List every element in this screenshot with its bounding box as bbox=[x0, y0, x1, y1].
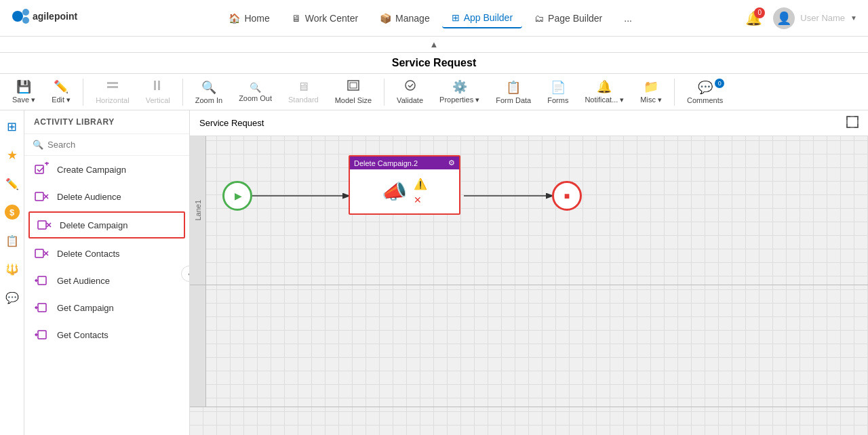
sidebar-item-delete-audience[interactable]: Delete Audience bbox=[24, 183, 189, 210]
delete-audience-label: Delete Audience bbox=[57, 192, 121, 202]
status-icons: ⚠️ ✕ bbox=[414, 178, 427, 205]
sidebar-item-get-contacts[interactable]: Get Contacts bbox=[24, 321, 189, 348]
settings-icon[interactable]: ⚙ bbox=[448, 159, 455, 167]
chevron-up-icon: ▲ bbox=[430, 39, 439, 49]
pencil-icon[interactable]: ✏️ bbox=[3, 174, 22, 193]
coin-icon[interactable]: $ bbox=[3, 203, 22, 222]
edit-button[interactable]: ✏️ Edit ▾ bbox=[45, 77, 77, 107]
star-icon[interactable]: ★ bbox=[3, 146, 22, 165]
sidebar-title: ACTIVITY LIBRARY bbox=[24, 110, 189, 134]
stop-icon: ■ bbox=[564, 190, 570, 201]
manage-icon: 📦 bbox=[380, 13, 391, 24]
sidebar-item-create-campaign[interactable]: Create Campaign bbox=[24, 156, 189, 183]
svg-point-10 bbox=[406, 81, 415, 90]
svg-rect-25 bbox=[38, 331, 46, 339]
get-contacts-label: Get Contacts bbox=[57, 330, 108, 340]
delete-contacts-label: Delete Contacts bbox=[57, 249, 120, 259]
notifications-icon: 🔔 bbox=[597, 79, 612, 94]
comments-icon: 💬 bbox=[698, 80, 713, 95]
sidebar-item-get-campaign[interactable]: Get Campaign bbox=[24, 294, 189, 321]
standard-icon: 🖥 bbox=[297, 80, 309, 94]
misc-icon: 📁 bbox=[644, 79, 658, 94]
lane-2-content bbox=[206, 285, 868, 407]
save-icon: 💾 bbox=[16, 79, 31, 94]
get-audience-icon bbox=[34, 272, 50, 289]
svg-rect-6 bbox=[154, 81, 156, 90]
sidebar-items-list: Create Campaign Delete Audience Delete C… bbox=[24, 156, 189, 435]
chat-icon[interactable]: 💬 bbox=[3, 288, 22, 307]
app-logo[interactable]: agilepoint bbox=[11, 5, 99, 31]
user-name: User Name bbox=[800, 13, 845, 23]
validate-button[interactable]: Validate bbox=[390, 77, 430, 107]
icon-strip: ⊞ ★ ✏️ $ 📋 🔱 💬 bbox=[0, 110, 24, 435]
canvas-area: Service Request Lane1 bbox=[190, 110, 868, 435]
collapse-bar[interactable]: ▲ bbox=[0, 37, 868, 53]
user-menu[interactable]: 👤 User Name ▼ bbox=[773, 7, 857, 29]
svg-point-2 bbox=[22, 17, 29, 24]
get-contacts-icon bbox=[34, 327, 50, 343]
sidebar-item-delete-contacts[interactable]: Delete Contacts bbox=[24, 240, 189, 267]
nav-more[interactable]: ... bbox=[614, 9, 642, 28]
page-title: Service Request bbox=[392, 57, 477, 68]
grid-icon[interactable]: ⊞ bbox=[3, 117, 22, 136]
separator bbox=[83, 79, 83, 106]
save-button[interactable]: 💾 Save ▾ bbox=[5, 77, 42, 107]
end-node[interactable]: ■ bbox=[552, 181, 582, 211]
start-node[interactable]: ▶ bbox=[222, 181, 252, 211]
comments-badge: 0 bbox=[715, 79, 724, 88]
clipboard-icon[interactable]: 📋 bbox=[3, 231, 22, 250]
delete-audience-icon bbox=[34, 188, 50, 205]
canvas-title: Service Request bbox=[199, 118, 264, 128]
create-campaign-icon bbox=[34, 161, 50, 178]
notifications-button[interactable]: 🔔 Notificat... ▾ bbox=[578, 77, 631, 107]
top-navigation: agilepoint 🏠 Home 🖥 Work Center 📦 Manage… bbox=[0, 0, 868, 37]
expand-icon[interactable] bbox=[846, 116, 859, 130]
svg-rect-20 bbox=[35, 249, 43, 257]
properties-icon: ⚙️ bbox=[452, 79, 467, 94]
nav-home[interactable]: 🏠 Home bbox=[219, 9, 279, 28]
horizontal-icon bbox=[106, 79, 119, 95]
search-icon: 🔍 bbox=[33, 140, 43, 150]
home-icon: 🏠 bbox=[229, 13, 240, 24]
get-campaign-label: Get Campaign bbox=[57, 303, 114, 313]
misc-button[interactable]: 📁 Misc ▾ bbox=[633, 77, 669, 107]
forms-icon: 📄 bbox=[551, 80, 566, 95]
zoom-in-button[interactable]: 🔍 Zoom In bbox=[189, 77, 229, 107]
activity-library-sidebar: ACTIVITY LIBRARY 🔍 Create Campaign Delet… bbox=[24, 110, 190, 435]
delete-contacts-icon bbox=[34, 245, 50, 262]
activity-header: Delete Campaign.2 ⚙ bbox=[350, 157, 459, 169]
svg-rect-7 bbox=[158, 81, 160, 90]
lane-label: Lane1 bbox=[190, 136, 206, 285]
sidebar-item-get-audience[interactable]: Get Audience bbox=[24, 267, 189, 294]
forms-button[interactable]: 📄 Forms bbox=[540, 77, 575, 107]
sidebar-item-delete-campaign[interactable]: Delete Campaign bbox=[28, 211, 185, 239]
validate-icon bbox=[403, 79, 417, 95]
zoom-out-button[interactable]: 🔍 Zoom Out bbox=[232, 79, 279, 105]
svg-point-1 bbox=[22, 9, 29, 16]
search-input[interactable] bbox=[47, 140, 181, 150]
separator-3 bbox=[384, 79, 384, 106]
nav-work-center[interactable]: 🖥 Work Center bbox=[282, 9, 368, 28]
lane-content: ▶ Delete Campaign.2 ⚙ 📣 bbox=[206, 136, 868, 285]
svg-rect-5 bbox=[107, 86, 118, 88]
notification-bell[interactable]: 🔔 0 bbox=[745, 10, 762, 26]
delete-campaign-label: Delete Campaign bbox=[60, 220, 127, 230]
activity-title: Delete Campaign.2 bbox=[354, 159, 418, 167]
app-builder-icon: ⊞ bbox=[452, 12, 460, 23]
flow-icon[interactable]: 🔱 bbox=[3, 260, 22, 278]
avatar: 👤 bbox=[773, 7, 795, 29]
svg-rect-23 bbox=[38, 276, 46, 285]
page-title-bar: Service Request bbox=[0, 53, 868, 74]
nav-manage[interactable]: 📦 Manage bbox=[370, 9, 439, 28]
form-data-button[interactable]: 📋 Form Data bbox=[489, 77, 538, 107]
comments-button[interactable]: 💬 0 Comments bbox=[680, 77, 730, 107]
nav-app-builder[interactable]: ⊞ App Builder bbox=[442, 8, 522, 28]
edit-icon: ✏️ bbox=[54, 79, 68, 94]
svg-rect-14 bbox=[35, 192, 43, 201]
model-size-button[interactable]: Model Size bbox=[328, 77, 378, 107]
create-campaign-label: Create Campaign bbox=[57, 165, 126, 175]
activity-node-delete-campaign[interactable]: Delete Campaign.2 ⚙ 📣 ⚠️ ✕ bbox=[349, 155, 460, 215]
properties-button[interactable]: ⚙️ Properties ▾ bbox=[433, 77, 486, 107]
nav-page-builder[interactable]: 🗂 Page Builder bbox=[525, 9, 612, 28]
notification-badge: 0 bbox=[754, 7, 765, 18]
